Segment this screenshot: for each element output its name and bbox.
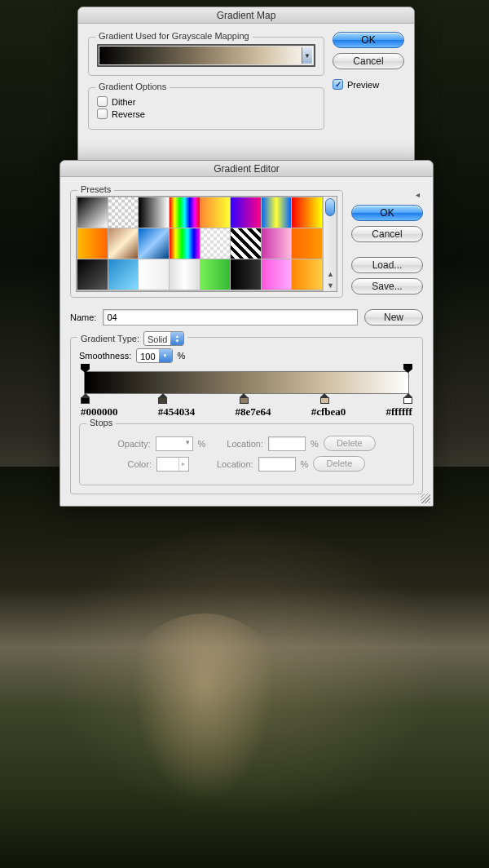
preset-swatch[interactable]: [200, 228, 231, 259]
load-button[interactable]: Load...: [351, 257, 423, 273]
editor-cancel-button[interactable]: Cancel: [351, 226, 423, 242]
gradient-type-value: Solid: [144, 332, 170, 345]
reverse-label: Reverse: [112, 109, 145, 119]
preset-swatch[interactable]: [77, 197, 108, 228]
hex-2: #454034: [158, 405, 196, 418]
opacity-input[interactable]: [156, 436, 193, 451]
percent-4: %: [301, 459, 309, 469]
color-stop-3[interactable]: [240, 393, 249, 403]
preset-swatch[interactable]: [292, 228, 322, 259]
gradient-editor-dialog: Gradient Editor Presets ▲ ▼: [59, 160, 434, 507]
resize-grip-icon[interactable]: [421, 494, 430, 503]
preset-swatch[interactable]: [77, 259, 108, 290]
preset-swatch[interactable]: [170, 228, 200, 259]
smoothness-label: Smoothness:: [79, 351, 131, 361]
color-stop-5[interactable]: [403, 393, 412, 403]
save-button[interactable]: Save...: [351, 278, 423, 294]
gradient-options-fieldset: Gradient Options Dither Reverse: [88, 87, 324, 130]
scroll-down-icon[interactable]: ▼: [327, 281, 334, 290]
scroll-thumb[interactable]: [325, 198, 335, 216]
preset-swatch[interactable]: [170, 259, 200, 290]
preset-swatch[interactable]: [200, 259, 231, 290]
preset-swatch[interactable]: [292, 259, 322, 290]
editor-titlebar[interactable]: Gradient Editor: [60, 161, 433, 177]
select-arrows-icon: ▲▼: [170, 332, 183, 345]
color-stop-4[interactable]: [320, 393, 329, 403]
stops-fieldset: Stops Opacity: % Location: % Delete Colo…: [79, 423, 414, 485]
preset-swatch[interactable]: [231, 197, 261, 228]
reverse-checkbox[interactable]: [97, 108, 108, 119]
color-label: Color:: [128, 459, 152, 469]
hex-row: #000000 #454034 #8e7e64 #cfbea0 #ffffff: [81, 405, 412, 418]
dither-label: Dither: [112, 97, 135, 107]
new-button[interactable]: New: [364, 309, 423, 326]
cancel-button[interactable]: Cancel: [333, 53, 404, 69]
preview-checkbox[interactable]: [333, 79, 343, 90]
preset-swatch[interactable]: [139, 228, 169, 259]
preset-swatch[interactable]: [139, 259, 169, 290]
opacity-stop-left[interactable]: [81, 364, 90, 373]
gradient-type-label: Gradient Type:: [81, 334, 139, 343]
opacity-label: Opacity:: [117, 439, 150, 449]
hex-3: #8e7e64: [235, 405, 271, 418]
name-label: Name:: [70, 312, 96, 322]
preset-swatch[interactable]: [262, 197, 292, 228]
smoothness-input[interactable]: 100 ▼: [136, 348, 172, 363]
preset-swatch[interactable]: [77, 228, 108, 259]
preset-swatch[interactable]: [200, 197, 231, 228]
options-legend: Gradient Options: [95, 82, 170, 91]
dither-checkbox[interactable]: [97, 96, 108, 107]
presets-fieldset: Presets ▲ ▼: [70, 190, 343, 298]
color-stop-1[interactable]: [81, 393, 90, 403]
percent-3: %: [311, 439, 319, 449]
gradient-map-dialog: Gradient Map Gradient Used for Grayscale…: [77, 7, 415, 163]
ok-button[interactable]: OK: [333, 32, 404, 48]
percent-2: %: [198, 439, 206, 449]
gradient-preview[interactable]: ▼: [97, 44, 315, 67]
smoothness-dropdown-icon: ▼: [159, 349, 172, 362]
name-input[interactable]: [103, 309, 358, 326]
editor-ok-button[interactable]: OK: [351, 205, 423, 221]
gradient-type-fieldset: Gradient Type: Solid ▲▼ Smoothness: 100 …: [70, 337, 423, 494]
preset-swatch[interactable]: [292, 197, 322, 228]
hex-1: #000000: [81, 405, 118, 418]
presets-box: ▲ ▼: [76, 196, 337, 292]
artwork-backdrop: [0, 467, 489, 868]
hex-5: #ffffff: [385, 405, 412, 418]
preview-label: Preview: [347, 80, 379, 90]
gradient-type-select[interactable]: Solid ▲▼: [143, 331, 184, 346]
gradient-used-fieldset: Gradient Used for Grayscale Mapping ▼: [88, 37, 324, 76]
gradient-dropdown-icon[interactable]: ▼: [302, 47, 312, 64]
color-delete-button[interactable]: Delete: [313, 456, 365, 472]
preset-swatch[interactable]: [139, 197, 169, 228]
color-location-input[interactable]: [258, 457, 296, 472]
gradient-bar[interactable]: [84, 371, 409, 394]
percent-1: %: [178, 351, 186, 361]
color-stop-2[interactable]: [158, 393, 167, 403]
scroll-up-icon[interactable]: ▲: [327, 270, 334, 278]
preset-swatch[interactable]: [108, 228, 139, 259]
stops-legend: Stops: [86, 418, 116, 427]
gradient-type-legend: Gradient Type: Solid ▲▼: [77, 331, 187, 346]
preset-swatch[interactable]: [262, 259, 292, 290]
gradient-map-titlebar[interactable]: Gradient Map: [78, 7, 414, 24]
preset-swatch[interactable]: [108, 259, 139, 290]
preset-swatch[interactable]: [262, 228, 292, 259]
presets-flyout-icon[interactable]: ◂: [412, 190, 423, 202]
preset-swatch[interactable]: [231, 228, 261, 259]
preset-swatch[interactable]: [108, 197, 139, 228]
presets-scrollbar[interactable]: ▲ ▼: [323, 197, 337, 291]
preset-swatch[interactable]: [231, 259, 261, 290]
gradient-used-legend: Gradient Used for Grayscale Mapping: [95, 31, 253, 41]
color-swatch: [157, 458, 178, 471]
location-label-2: Location:: [217, 459, 253, 469]
opacity-stop-right[interactable]: [403, 364, 412, 373]
presets-legend: Presets: [77, 184, 114, 194]
preset-swatch[interactable]: [170, 197, 200, 228]
color-dropdown-icon[interactable]: ▸: [178, 458, 188, 471]
opacity-delete-button[interactable]: Delete: [324, 436, 376, 451]
color-well[interactable]: ▸: [156, 457, 189, 472]
location-label-1: Location:: [227, 439, 263, 449]
hex-4: #cfbea0: [311, 405, 346, 418]
opacity-location-input[interactable]: [268, 436, 306, 451]
